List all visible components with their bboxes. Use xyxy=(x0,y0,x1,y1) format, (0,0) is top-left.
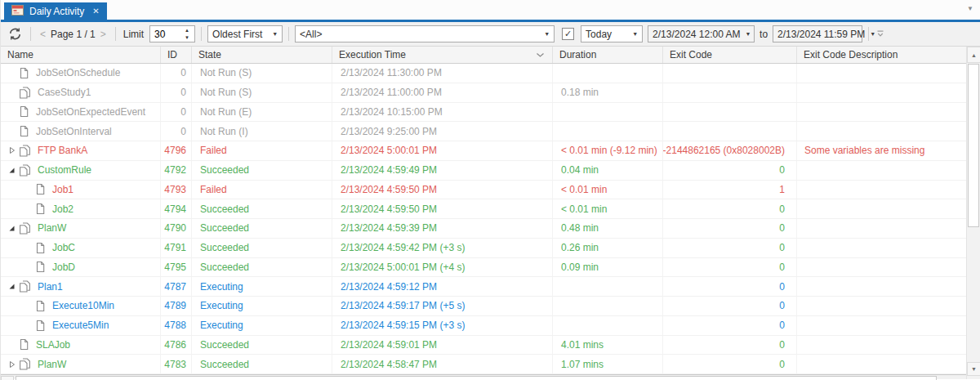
duration-cell: < 0.01 min xyxy=(553,181,663,199)
id-cell: 0 xyxy=(161,103,192,122)
table-row[interactable]: JobD4795Succeeded2/13/2024 5:00:01 PM (+… xyxy=(1,258,967,278)
tab-daily-activity[interactable]: Daily Activity ✕ xyxy=(4,2,107,20)
refresh-button[interactable] xyxy=(6,27,24,41)
name-cell: JobC xyxy=(1,239,161,257)
state-cell: Succeeded xyxy=(192,219,332,238)
table-row[interactable]: Job24794Succeeded2/13/2024 4:59:50 PM< 0… xyxy=(1,199,967,219)
tab-bar: Daily Activity ✕ ▼ xyxy=(1,0,980,22)
daily-activity-window: Daily Activity ✕ ▼ < Page 1 / 1 > Limit … xyxy=(0,0,980,380)
horizontal-scrollbar-thumb[interactable] xyxy=(16,376,937,380)
job-name: CaseStudy1 xyxy=(38,87,91,98)
table-row[interactable]: CustomRule4792Succeeded2/13/2024 4:59:49… xyxy=(1,161,967,181)
sort-order-dropdown[interactable]: Oldest First ▼ xyxy=(207,25,283,42)
limit-spinner: ▲ ▼ xyxy=(149,25,195,42)
horizontal-scrollbar[interactable] xyxy=(1,374,966,379)
chevron-down-icon: ▼ xyxy=(741,31,751,37)
vertical-scrollbar-thumb[interactable] xyxy=(968,64,979,227)
table-row[interactable]: Plan14787Executing2/13/2024 4:59:12 PM0 xyxy=(1,277,967,297)
exit-code-cell: 0 xyxy=(663,355,797,373)
table-row[interactable]: JobC4791Succeeded2/13/2024 4:59:42 PM (+… xyxy=(1,239,967,258)
date-to-picker[interactable]: 2/13/2024 11:59 PM ▼ xyxy=(773,25,862,42)
table-row[interactable]: CaseStudy10Not Run (S)2/13/2024 11:00:00… xyxy=(1,83,967,103)
name-cell: JobSetOnInterval xyxy=(1,122,161,141)
tab-list-dropdown-icon[interactable]: ▼ xyxy=(967,5,973,12)
exit-code-cell xyxy=(663,122,797,141)
execution-time-cell: 2/13/2024 10:15:00 PM xyxy=(332,103,553,122)
column-header-exit-code-description[interactable]: Exit Code Description xyxy=(797,47,967,63)
prev-page-button[interactable]: < xyxy=(37,29,49,40)
exit-code-description-cell xyxy=(797,161,967,180)
job-name: Job1 xyxy=(52,184,74,195)
next-page-button[interactable]: > xyxy=(97,29,109,40)
limit-step-up-icon[interactable]: ▲ xyxy=(180,26,194,34)
toolbar-separator xyxy=(115,27,116,41)
exit-code-cell: 0 xyxy=(663,239,797,257)
execution-time-cell: 2/13/2024 11:00:00 PM xyxy=(332,83,553,102)
expander-expanded-icon[interactable] xyxy=(5,167,19,174)
expander-collapsed-icon[interactable] xyxy=(5,146,19,154)
table-row[interactable]: PlanW4783Succeeded2/13/2024 4:58:47 PM1.… xyxy=(1,355,967,374)
name-cell: Plan1 xyxy=(1,277,161,296)
table-row[interactable]: JobSetOnInterval0Not Run (I)2/13/2024 9:… xyxy=(1,122,967,141)
state-cell: Not Run (E) xyxy=(192,103,332,122)
column-header-execution-time[interactable]: Execution Time xyxy=(332,47,553,63)
id-cell: 4786 xyxy=(161,336,192,355)
duration-cell: 4.01 mins xyxy=(553,336,663,355)
table-row[interactable]: JobSetOnSchedule0Not Run (S)2/13/2024 11… xyxy=(1,64,967,83)
job-name: FTP BankA xyxy=(38,145,87,156)
execution-time-cell: 2/13/2024 4:59:39 PM xyxy=(332,219,553,238)
exit-code-cell xyxy=(663,103,797,122)
scroll-left-button[interactable] xyxy=(1,376,14,380)
document-icon xyxy=(35,203,46,215)
state-cell: Not Run (I) xyxy=(192,122,332,141)
column-header-label: Execution Time xyxy=(339,49,406,60)
daily-activity-tab-icon xyxy=(11,5,24,18)
date-filter-checkbox[interactable]: ✓ xyxy=(562,28,574,40)
exit-code-description-cell xyxy=(797,199,967,218)
document-icon xyxy=(35,261,46,273)
vertical-scrollbar[interactable]: ▲ ▼ xyxy=(966,47,980,379)
exit-code-cell: 0 xyxy=(663,336,797,355)
table-row[interactable]: FTP BankA4796Failed2/13/2024 5:00:01 PM<… xyxy=(1,141,967,161)
execution-time-cell: 2/13/2024 5:00:01 PM xyxy=(332,141,553,160)
filter-dropdown[interactable]: <All> ▼ xyxy=(295,25,555,42)
limit-step-down-icon[interactable]: ▼ xyxy=(180,34,194,42)
column-header-exit-code[interactable]: Exit Code xyxy=(663,47,797,63)
column-header-id[interactable]: ID xyxy=(161,47,192,63)
exit-code-description-cell xyxy=(797,355,967,373)
date-to-value: 2/13/2024 11:59 PM xyxy=(777,29,865,40)
expander-collapsed-icon[interactable] xyxy=(5,360,19,369)
limit-input[interactable] xyxy=(150,26,180,42)
id-cell: 0 xyxy=(161,83,192,102)
table-row[interactable]: JobSetOnExpectedEvent0Not Run (E)2/13/20… xyxy=(1,103,967,123)
name-cell: FTP BankA xyxy=(1,141,161,160)
job-name: Job2 xyxy=(52,203,74,215)
execution-time-cell: 2/13/2024 4:59:42 PM (+3 s) xyxy=(332,239,553,257)
date-range-preset-dropdown[interactable]: Today ▼ xyxy=(581,25,643,42)
scroll-down-icon[interactable]: ▼ xyxy=(967,362,980,376)
column-header-state[interactable]: State xyxy=(192,47,332,63)
scroll-up-icon[interactable]: ▲ xyxy=(967,47,980,63)
tab-close-icon[interactable]: ✕ xyxy=(92,7,99,16)
documents-icon xyxy=(19,280,31,293)
table-row[interactable]: Execute10Min4789Executing2/13/2024 4:59:… xyxy=(1,297,967,316)
id-cell: 4788 xyxy=(161,316,192,335)
column-header-duration[interactable]: Duration xyxy=(553,47,663,63)
date-from-picker[interactable]: 2/13/2024 12:00 AM ▼ xyxy=(648,25,755,42)
column-header-label: Name xyxy=(7,49,33,60)
table-row[interactable]: SLAJob4786Succeeded2/13/2024 4:59:01 PM4… xyxy=(1,336,967,355)
column-header-name[interactable]: Name xyxy=(1,47,161,63)
execution-time-cell: 2/13/2024 4:59:50 PM xyxy=(332,181,553,199)
execution-time-cell: 2/13/2024 4:59:01 PM xyxy=(332,336,553,355)
toolbar-overflow-icon[interactable] xyxy=(876,30,884,38)
table-row[interactable]: PlanW4790Succeeded2/13/2024 4:59:39 PM0.… xyxy=(1,219,967,239)
expander-expanded-icon[interactable] xyxy=(5,225,19,232)
job-name: SLAJob xyxy=(36,339,70,351)
expander-expanded-icon[interactable] xyxy=(5,283,19,290)
chevron-down-icon: ▼ xyxy=(865,31,875,37)
exit-code-cell: 0 xyxy=(663,297,797,315)
column-header-label: State xyxy=(198,49,221,60)
table-row[interactable]: Job14793Failed2/13/2024 4:59:50 PM< 0.01… xyxy=(1,181,967,200)
state-cell: Not Run (S) xyxy=(192,64,332,83)
table-row[interactable]: Execute5Min4788Executing2/13/2024 4:59:1… xyxy=(1,316,967,336)
